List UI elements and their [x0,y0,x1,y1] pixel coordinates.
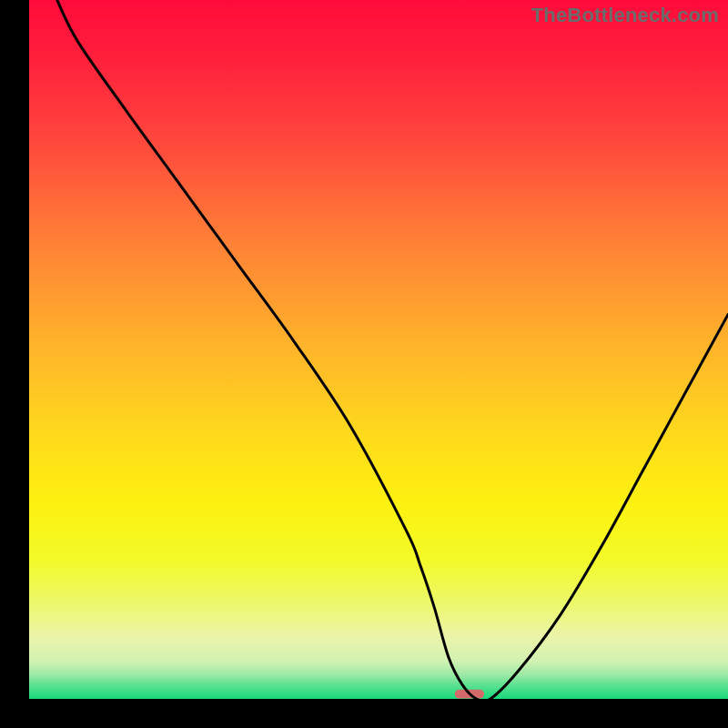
chart-background [29,0,728,699]
frame-left [0,0,29,728]
chart-container: TheBottleneck.com [0,0,728,728]
watermark-text: TheBottleneck.com [531,4,719,27]
frame-bottom [0,699,728,728]
chart-svg [0,0,728,728]
